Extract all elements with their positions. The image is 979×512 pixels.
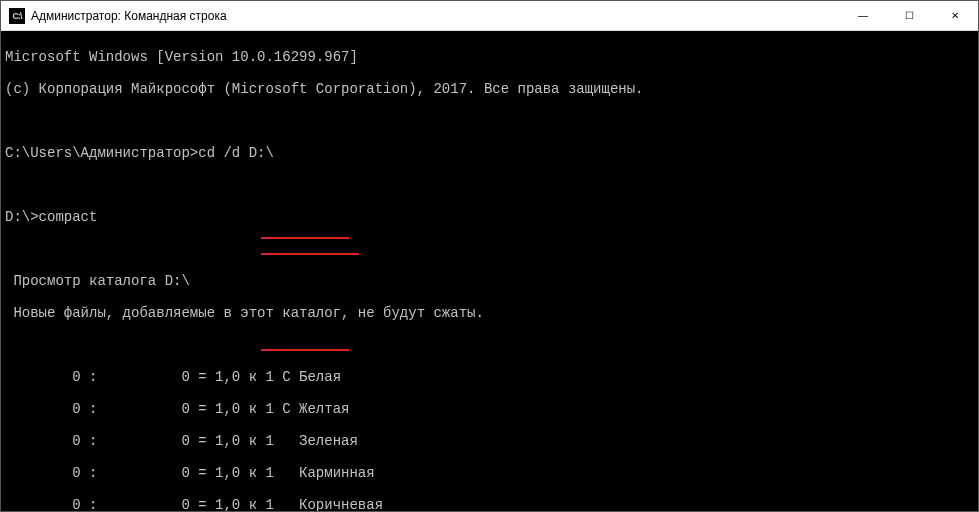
prompt-command: compact xyxy=(39,209,98,225)
blank-line xyxy=(5,241,974,257)
listing-row: 0 : 0 = 1,0 к 1 C Белая xyxy=(5,369,974,385)
prompt-line: D:\>compact xyxy=(5,209,974,225)
output-line: Новые файлы, добавляемые в этот каталог,… xyxy=(5,305,974,321)
annotation-underline xyxy=(261,349,349,351)
listing-row: 0 : 0 = 1,0 к 1 Коричневая xyxy=(5,497,974,511)
listing-row: 0 : 0 = 1,0 к 1 Зеленая xyxy=(5,433,974,449)
terminal-area[interactable]: Microsoft Windows [Version 10.0.16299.96… xyxy=(1,31,978,511)
prompt-command: cd /d D:\ xyxy=(198,145,274,161)
annotation-underline xyxy=(261,253,359,255)
window-title: Администратор: Командная строка xyxy=(31,9,840,23)
cmd-window: C:\ Администратор: Командная строка — ☐ … xyxy=(0,0,979,512)
listing-row: 0 : 0 = 1,0 к 1 Карминная xyxy=(5,465,974,481)
titlebar[interactable]: C:\ Администратор: Командная строка — ☐ … xyxy=(1,1,978,31)
prompt-line: C:\Users\Администратор>cd /d D:\ xyxy=(5,145,974,161)
listing-row: 0 : 0 = 1,0 к 1 C Желтая xyxy=(5,401,974,417)
maximize-button[interactable]: ☐ xyxy=(886,1,932,30)
window-controls: — ☐ ✕ xyxy=(840,1,978,30)
annotation-underline xyxy=(261,237,349,239)
blank-line xyxy=(5,337,974,353)
blank-line xyxy=(5,113,974,129)
close-button[interactable]: ✕ xyxy=(932,1,978,30)
cmd-icon: C:\ xyxy=(9,8,25,24)
minimize-button[interactable]: — xyxy=(840,1,886,30)
prompt-prefix: D:\> xyxy=(5,209,39,225)
output-line: (c) Корпорация Майкрософт (Microsoft Cor… xyxy=(5,81,974,97)
output-line: Microsoft Windows [Version 10.0.16299.96… xyxy=(5,49,974,65)
output-line: Просмотр каталога D:\ xyxy=(5,273,974,289)
prompt-prefix: C:\Users\Администратор> xyxy=(5,145,198,161)
blank-line xyxy=(5,177,974,193)
